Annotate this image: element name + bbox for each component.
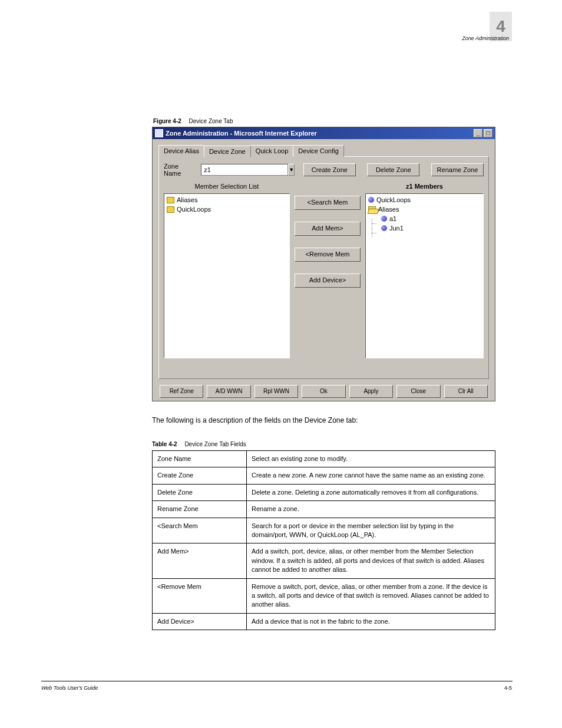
tab-device-alias[interactable]: Device Alias [158,145,204,157]
table-row: Delete Zone Delete a zone. Deleting a zo… [153,484,495,500]
rpl-wwn-button[interactable]: Rpl WWN [254,385,298,398]
minimize-button[interactable]: _ [474,129,482,137]
tab-device-zone[interactable]: Device Zone [204,146,251,157]
list-item-label: Aliases [378,206,399,213]
node-icon [381,225,387,231]
screenshot-window: Zone Administration - Microsoft Internet… [152,127,495,401]
field-cell: <Search Mem [153,518,247,543]
member-selection-title: Member Selection List [164,183,290,193]
desc-cell: Delete a zone. Deleting a zone automatic… [247,484,495,500]
list-item[interactable]: Aliases [368,205,481,214]
desc-cell: Create a new zone. A new zone cannot hav… [247,467,495,484]
list-item[interactable]: Aliases [167,195,287,205]
table-row: <Remove Mem Remove a switch, port, devic… [153,578,495,613]
desc-cell: Add a device that is not in the fabric t… [247,613,495,630]
delete-zone-button[interactable]: Delete Zone [367,163,419,176]
ad-wwn-button[interactable]: A/D WWN [207,385,250,398]
footer-left: Web Tools User's Guide [41,685,98,691]
field-cell: Add Mem> [153,543,247,578]
list-item[interactable]: Jun1 [368,223,481,233]
clr-all-button[interactable]: Clr All [444,385,488,398]
field-cell: Zone Name [153,451,247,467]
ref-zone-button[interactable]: Ref Zone [160,385,203,398]
footer-rule [41,681,513,681]
body-text: The following is a description of the fi… [152,416,495,426]
tab-device-config[interactable]: Device Config [293,145,343,157]
desc-cell: Add a switch, port, device, alias, or ot… [247,543,495,578]
remove-mem-button[interactable]: <Remove Mem [295,248,361,262]
zone-name-label: Zone Name [164,163,195,177]
chapter-title: Zone Administration [462,35,509,41]
folder-open-icon [368,206,376,213]
members-title: z1 Members [365,183,484,193]
desc-cell: Rename a zone. [247,501,495,518]
list-item[interactable]: a1 [368,214,481,223]
tabs: Device Alias Device Zone Quick Loop Devi… [158,145,489,157]
chevron-down-icon[interactable]: ▼ [288,164,295,176]
maximize-button[interactable]: □ [484,129,492,137]
folder-icon [167,197,174,203]
table-row: Rename Zone Rename a zone. [153,501,495,518]
field-cell: Create Zone [153,467,247,484]
node-icon [368,197,374,203]
field-description-table: Zone Name Select an existing zone to mod… [152,450,495,630]
figure-caption-text: Device Zone Tab [189,118,233,124]
list-item-label: a1 [389,215,396,222]
node-icon [381,216,387,222]
close-button[interactable]: Close [396,385,440,398]
list-item-label: Aliases [177,196,197,203]
member-selection-list[interactable]: Aliases QuickLoops [164,193,290,358]
zone-name-input[interactable] [201,164,288,176]
window-title: Zone Administration - Microsoft Internet… [166,130,317,137]
list-item-label: Jun1 [389,225,404,232]
titlebar[interactable]: Zone Administration - Microsoft Internet… [153,127,495,139]
table-row: Zone Name Select an existing zone to mod… [153,451,495,467]
ok-button[interactable]: Ok [302,385,345,398]
list-item-label: QuickLoops [376,196,411,203]
table-row: <Search Mem Search for a port or device … [153,518,495,543]
tab-panel: Zone Name ▼ Create Zone Delete Zone Rena… [158,156,489,379]
list-item[interactable]: QuickLoops [167,205,287,214]
footer-page-number: 4-5 [504,685,512,691]
rename-zone-button[interactable]: Rename Zone [431,163,484,176]
field-cell: Add Device> [153,613,247,630]
zone-name-row: Zone Name ▼ Create Zone Delete Zone Rena… [164,163,484,177]
table-row: Create Zone Create a new zone. A new zon… [153,467,495,484]
figure-caption: Figure 4-2 Device Zone Tab [153,118,233,124]
table-row: Add Device> Add a device that is not in … [153,613,495,630]
figure-label: Figure 4-2 [153,118,181,124]
folder-icon [167,206,174,213]
field-cell: Rename Zone [153,501,247,518]
list-item-label: QuickLoops [177,206,211,213]
table-label: Table 4-2 [152,441,177,447]
apply-button[interactable]: Apply [349,385,393,398]
table-caption-text: Device Zone Tab Fields [184,441,246,447]
desc-cell: Search for a port or device in the membe… [247,518,495,543]
add-device-button[interactable]: Add Device> [295,274,361,288]
app-icon [155,129,163,137]
add-mem-button[interactable]: Add Mem> [295,222,361,236]
tab-quick-loop[interactable]: Quick Loop [250,145,294,157]
table-caption: Table 4-2 Device Zone Tab Fields [152,441,246,447]
desc-cell: Select an existing zone to modify. [247,451,495,467]
bottom-button-row: Ref Zone A/D WWN Rpl WWN Ok Apply Close … [158,385,489,398]
create-zone-button[interactable]: Create Zone [303,163,356,176]
search-mem-button[interactable]: <Search Mem [295,196,361,210]
field-cell: Delete Zone [153,484,247,500]
zone-name-combo[interactable]: ▼ [201,164,292,176]
members-list[interactable]: QuickLoops Aliases a1 [365,193,484,358]
table-row: Add Mem> Add a switch, port, device, ali… [153,543,495,578]
field-cell: <Remove Mem [153,578,247,613]
desc-cell: Remove a switch, port, device, alias, or… [247,578,495,613]
list-item[interactable]: QuickLoops [368,195,481,205]
